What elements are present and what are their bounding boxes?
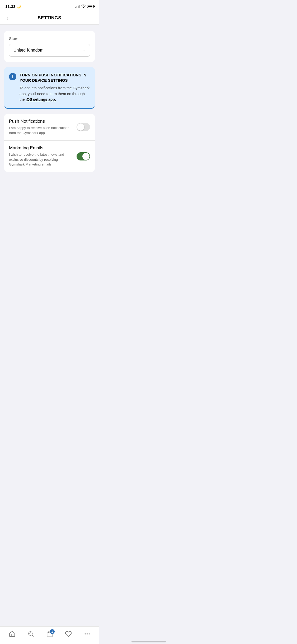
store-selected-value: United Kingdom <box>13 48 44 53</box>
push-notifications-row: Push Notifications I am happy to receive… <box>4 114 95 140</box>
marketing-emails-toggle[interactable] <box>77 152 90 160</box>
moon-icon: 🌙 <box>17 4 21 8</box>
battery-icon <box>87 5 94 8</box>
wifi-icon <box>81 4 86 8</box>
marketing-emails-title: Marketing Emails <box>9 145 70 151</box>
store-label: Store <box>9 36 90 41</box>
status-bar: 11:33 🌙 <box>0 0 99 12</box>
info-banner-header: i TURN ON PUSH NOTIFICATIONS IN YOUR DEV… <box>9 72 90 83</box>
marketing-emails-description: I wish to receive the latest news and ex… <box>9 152 70 167</box>
signal-icon <box>76 5 80 8</box>
info-banner-body: To opt into notifications from the Gymsh… <box>9 85 90 103</box>
store-card: Store United Kingdom ⌄ <box>4 31 95 62</box>
marketing-emails-text: Marketing Emails I wish to receive the l… <box>9 145 70 167</box>
notifications-card: Push Notifications I am happy to receive… <box>4 114 95 172</box>
page-title: SETTINGS <box>38 15 61 21</box>
push-notifications-toggle[interactable] <box>77 123 90 131</box>
store-dropdown[interactable]: United Kingdom ⌄ <box>9 44 90 57</box>
info-banner-title: TURN ON PUSH NOTIFICATIONS IN YOUR DEVIC… <box>20 72 90 83</box>
toggle-knob <box>77 123 84 131</box>
header: ‹ SETTINGS <box>0 12 99 25</box>
push-notifications-text: Push Notifications I am happy to receive… <box>9 119 70 136</box>
marketing-emails-row: Marketing Emails I wish to receive the l… <box>4 140 95 172</box>
ios-settings-link[interactable]: iOS settings app. <box>26 97 56 102</box>
push-notifications-description: I am happy to receive push notifications… <box>9 126 70 136</box>
main-content: Store United Kingdom ⌄ i TURN ON PUSH NO… <box>0 25 99 207</box>
chevron-down-icon: ⌄ <box>82 48 86 52</box>
toggle-knob-email <box>82 153 89 160</box>
back-button[interactable]: ‹ <box>5 14 10 22</box>
push-notifications-title: Push Notifications <box>9 119 70 124</box>
status-time: 11:33 🌙 <box>5 4 21 9</box>
info-icon: i <box>9 73 16 80</box>
info-banner: i TURN ON PUSH NOTIFICATIONS IN YOUR DEV… <box>4 67 95 109</box>
status-icons <box>76 4 94 8</box>
